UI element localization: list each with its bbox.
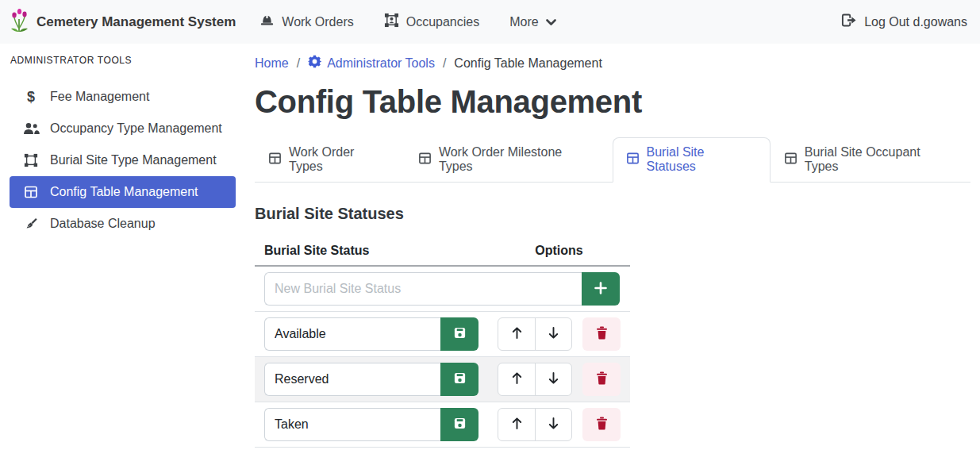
tab-bar: Work Order Types Work Order Milestone Ty… [255,137,970,183]
logout-button[interactable]: Log Out d.gowans [840,13,967,31]
tab-label: Work Order Milestone Types [439,145,599,174]
delete-status-button[interactable] [582,363,621,396]
nav-occupancies[interactable]: Occupancies [384,13,480,31]
trash-icon [596,371,608,387]
new-status-input[interactable] [264,272,582,306]
breadcrumb-home-link[interactable]: Home [255,56,289,71]
sidebar-item-label: Burial Site Type Management [50,153,217,167]
sidebar-item-label: Occupancy Type Management [50,121,222,136]
sidebar: ADMINISTRATOR TOOLS $ Fee Management Occ… [0,44,246,469]
trash-icon [596,417,608,432]
sidebar-item-database-cleanup[interactable]: Database Cleanup [10,208,236,240]
table-icon [22,185,40,199]
app-title: Cemetery Management System [37,14,236,30]
column-header-burial-site-status: Burial Site Status [255,236,488,266]
sidebar-item-occupancy-type-management[interactable]: Occupancy Type Management [10,113,236,144]
status-row-taken [255,402,630,448]
arrow-up-icon [511,371,523,387]
move-down-button[interactable] [535,409,571,440]
sidebar-item-label: Database Cleanup [50,217,156,231]
reorder-group [498,408,572,441]
new-status-row [255,266,630,312]
hard-hat-icon [259,13,275,31]
dollar-icon: $ [22,89,40,106]
breadcrumb-separator: / [443,56,446,71]
move-up-button[interactable] [498,363,535,395]
move-down-button[interactable] [535,318,571,350]
sidebar-item-burial-site-type-management[interactable]: Burial Site Type Management [10,144,236,176]
tab-label: Burial Site Occupant Types [805,145,957,174]
sidebar-header: ADMINISTRATOR TOOLS [10,55,236,66]
tab-burial-site-statuses[interactable]: Burial Site Statuses [613,137,771,183]
users-icon [22,122,40,135]
arrow-up-icon [511,417,523,432]
delete-status-button[interactable] [582,408,621,441]
tab-work-order-milestone-types[interactable]: Work Order Milestone Types [405,137,613,183]
occupancy-frame-icon [384,13,399,31]
move-up-button[interactable] [498,318,535,350]
breadcrumb-admin-tools-label: Administrator Tools [327,56,435,71]
arrow-down-icon [548,417,559,432]
tulips-logo-icon [10,8,30,37]
nav-more[interactable]: More [509,15,555,29]
status-input[interactable] [264,408,440,441]
breadcrumb-separator: / [297,56,300,71]
table-icon [626,152,640,168]
save-status-button[interactable] [440,408,478,441]
table-icon [418,152,432,168]
save-status-button[interactable] [440,363,478,396]
save-status-button[interactable] [440,317,478,351]
main-content: Home / Administrator Tools / Config Tabl… [246,44,980,469]
vector-square-icon [22,153,40,167]
move-up-button[interactable] [498,409,535,440]
status-input[interactable] [264,317,440,351]
tab-label: Burial Site Statuses [647,145,757,174]
plus-icon [594,282,607,297]
arrow-down-icon [548,371,559,387]
column-header-options: Options [488,236,630,266]
nav-work-orders[interactable]: Work Orders [259,13,353,31]
page-title: Config Table Management [255,84,970,120]
status-row-available [255,312,630,357]
reorder-group [498,363,572,396]
arrow-up-icon [511,326,523,342]
brand[interactable]: Cemetery Management System [10,8,236,37]
broom-icon [22,217,40,231]
logout-label: Log Out d.gowans [864,15,967,29]
save-icon [453,417,467,432]
move-down-button[interactable] [535,363,571,395]
trash-icon [596,326,608,342]
nav-more-label: More [509,15,538,29]
save-icon [453,371,467,387]
save-icon [453,326,467,342]
sidebar-item-fee-management[interactable]: $ Fee Management [10,81,236,113]
gear-icon [308,55,321,71]
nav-occupancies-label: Occupancies [406,15,480,29]
breadcrumb: Home / Administrator Tools / Config Tabl… [255,55,970,71]
status-input[interactable] [264,363,440,396]
sidebar-item-label: Fee Management [50,90,149,104]
table-icon [268,152,282,168]
breadcrumb-current: Config Table Management [454,56,602,71]
logout-icon [840,13,857,31]
arrow-down-icon [548,326,559,342]
sidebar-item-config-table-management[interactable]: Config Table Management [10,176,236,208]
reorder-group [498,317,572,351]
sidebar-item-label: Config Table Management [50,185,198,199]
status-row-reserved [255,357,630,402]
chevron-down-icon [546,15,556,29]
breadcrumb-admin-tools-link[interactable]: Administrator Tools [308,55,435,71]
add-status-button[interactable] [582,272,620,306]
nav-work-orders-label: Work Orders [282,15,353,29]
top-navbar: Cemetery Management System Work Orders [0,0,980,44]
tab-burial-site-occupant-types[interactable]: Burial Site Occupant Types [771,137,970,183]
section-heading: Burial Site Statuses [255,205,970,223]
table-icon [784,152,797,168]
tab-label: Work Order Types [289,145,391,174]
config-table: Burial Site Status Options [255,236,630,448]
breadcrumb-home-label: Home [255,56,289,71]
tab-work-order-types[interactable]: Work Order Types [255,137,405,183]
delete-status-button[interactable] [582,317,621,351]
